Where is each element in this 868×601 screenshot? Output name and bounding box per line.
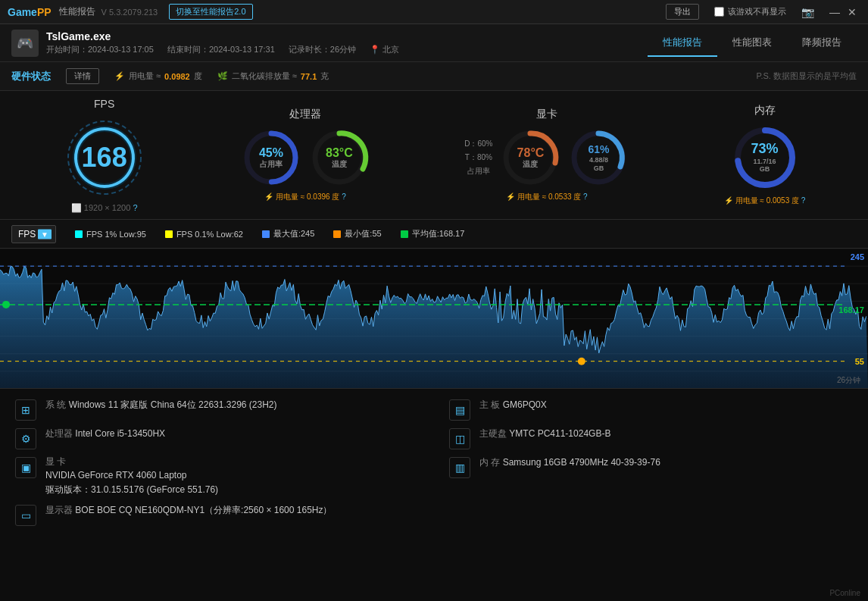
legend-max: 最大值:245	[262, 228, 314, 239]
co2-label: 二氧化碳排放量 ≈	[232, 70, 297, 82]
power-icon: ⚡	[114, 71, 125, 81]
legend-fps01pct-label: FPS 0.1% Low:62	[176, 230, 243, 239]
legend-avg-label: 平均值:168.17	[412, 228, 465, 239]
gpu-mem-value: 61% 4.88/8 GB	[583, 143, 614, 172]
sysinfo-right: ▤ 主 板 GM6PQ0X ◫ 主硬盘 YMTC PC411-1024GB-B …	[449, 398, 853, 526]
fps-select-wrapper[interactable]: FPS ▼	[11, 225, 56, 243]
power-unit: 度	[194, 70, 202, 82]
titlebar: GamePP 性能报告 V 5.3.2079.213 切换至性能报告2.0 导出…	[0, 0, 868, 24]
gpu-usage-info: D：60% T：80% 占用率	[464, 137, 492, 178]
cpu-value: Intel Core i5-13450HX	[75, 428, 165, 439]
gpu-temp-gauge: 78°C 温度	[500, 127, 560, 188]
os-value: Windows 11 家庭版 China 64位 22631.3296 (23H…	[69, 399, 277, 410]
sys-row-os: ⊞ 系 统 Windows 11 家庭版 China 64位 22631.329…	[15, 398, 419, 421]
motherboard-label: 主 板	[479, 399, 500, 410]
game-times: 开始时间：2024-03-13 17:05 结束时间：2024-03-13 17…	[46, 44, 411, 55]
game-duration: 记录时长：26分钟	[289, 45, 356, 54]
cpu-title: 处理器	[241, 108, 370, 121]
game-name: TslGame.exe	[46, 30, 411, 42]
logo-game: Game	[8, 6, 37, 18]
monitor-icon: ▭	[15, 505, 36, 526]
cpu-gauges: 45% 占用率 83°C 温度	[241, 127, 370, 188]
cpu-usage-circle: 45% 占用率	[241, 127, 301, 188]
power-label: 用电量 ≈	[129, 70, 161, 82]
detail-button[interactable]: 详情	[66, 68, 99, 84]
sys-row-cpu: ⚙ 处理器 Intel Core i5-13450HX	[15, 427, 419, 449]
logo-pp: PP	[37, 6, 52, 18]
power-usage-item: ⚡ 用电量 ≈ 0.0982 度	[114, 70, 202, 82]
gpu-value: NVIDIA GeForce RTX 4060 Laptop 驱动版本：31.0…	[45, 468, 218, 497]
storage-value: YMTC PC411-1024GB-B	[509, 428, 610, 439]
co2-unit: 克	[320, 70, 329, 82]
game-start-time: 开始时间：2024-03-13 17:05	[46, 45, 154, 54]
ram-gauges: 73% 11.7/16 GB	[724, 124, 806, 192]
ps-note: P.S. 数据图显示的是平均值	[757, 70, 857, 82]
ram-value: 73% 11.7/16 GB	[748, 141, 782, 174]
chart-avg-label: 168.17	[838, 305, 864, 315]
ram-circle: 73% 11.7/16 GB	[731, 124, 799, 192]
storage-label: 主硬盘	[479, 428, 507, 439]
ram-power: ⚡ 用电量 ≈ 0.0053 度 ?	[724, 196, 806, 206]
game-avatar: 🎮	[11, 30, 39, 57]
legend-green-dot	[401, 230, 408, 238]
sys-row-storage: ◫ 主硬盘 YMTC PC411-1024GB-B	[449, 427, 853, 449]
cpu-usage-value: 45% 占用率	[259, 146, 283, 169]
legend-blue-dot	[262, 230, 270, 238]
close-button[interactable]: ✕	[844, 6, 860, 18]
no-show-checkbox[interactable]	[714, 7, 724, 17]
camera-icon[interactable]: 📷	[801, 6, 814, 18]
ram-title: 内存	[724, 104, 806, 117]
sys-row-gpu: ▣ 显 卡 NVIDIA GeForce RTX 4060 Laptop 驱动版…	[15, 455, 419, 497]
fps-select[interactable]: FPS	[11, 225, 56, 243]
gpu-gauges: D：60% T：80% 占用率 78°C 温度	[464, 127, 629, 188]
tab-performance-chart[interactable]: 性能图表	[717, 30, 787, 57]
os-label: 系 统	[45, 399, 66, 410]
legend-orange-dot	[333, 230, 341, 238]
fps-gauge-group: FPS 168 ⬜ 1920 × 1200 ?	[63, 98, 146, 213]
storage-icon: ◫	[449, 428, 470, 449]
co2-item: 🌿 二氧化碳排放量 ≈ 77.1 克	[217, 70, 329, 82]
switch-report-button[interactable]: 切换至性能报告2.0	[169, 4, 252, 20]
minimize-button[interactable]: —	[826, 6, 844, 18]
gpu-gauge-group: 显卡 D：60% T：80% 占用率 78°C	[464, 108, 629, 202]
system-info: ⊞ 系 统 Windows 11 家庭版 China 64位 22631.329…	[0, 389, 868, 535]
cpu-gauge-group: 处理器 45% 占用率	[241, 108, 370, 202]
cpu-temp-value: 83°C 温度	[326, 146, 353, 169]
sys-row-ram: ▥ 内 存 Samsung 16GB 4790MHz 40-39-39-76	[449, 455, 853, 478]
chart-duration-label: 26分钟	[837, 375, 860, 386]
monitor-value: BOE BOE CQ NE160QDM-NY1（分辨率:2560 × 1600 …	[75, 505, 332, 515]
gpu-mem-circle: 61% 4.88/8 GB	[568, 127, 629, 188]
motherboard-icon: ▤	[449, 399, 470, 421]
nav-tabs: 性能报告 性能图表 降频报告	[648, 30, 857, 57]
gpu-temp-value: 78°C 温度	[517, 146, 545, 169]
ram-gauge: 73% 11.7/16 GB	[731, 124, 799, 192]
power-value: 0.0982	[164, 72, 190, 81]
os-icon: ⊞	[15, 399, 36, 421]
motherboard-value: GM6PQ0X	[503, 399, 547, 410]
cpu-icon: ⚙	[15, 428, 36, 449]
ram-label: 内 存	[479, 457, 500, 468]
fps-resolution: ⬜ 1920 × 1200 ?	[63, 203, 146, 213]
tab-throttle-report[interactable]: 降频报告	[787, 30, 857, 57]
ram-gauge-group: 内存 73% 11.7/16 GB ⚡ 用电量 ≈ 0.0053 度 ?	[724, 104, 806, 206]
legend-fps1pct: FPS 1% Low:95	[75, 230, 146, 239]
game-info-bar: 🎮 TslGame.exe 开始时间：2024-03-13 17:05 结束时间…	[0, 24, 868, 62]
co2-icon: 🌿	[217, 71, 228, 81]
chart-max-label: 245	[851, 252, 864, 261]
gpu-temp-circle: 78°C 温度	[500, 127, 560, 188]
legend-cyan-dot	[75, 230, 83, 238]
legend-min: 最小值:55	[333, 228, 381, 239]
game-end-time: 结束时间：2024-03-13 17:31	[167, 45, 275, 54]
ram-icon: ▥	[449, 457, 470, 478]
footer-brand: PConline	[829, 589, 860, 597]
hardware-status-bar: 硬件状态 详情 ⚡ 用电量 ≈ 0.0982 度 🌿 二氧化碳排放量 ≈ 77.…	[0, 62, 868, 91]
gpu-mem-gauge: 61% 4.88/8 GB	[568, 127, 629, 188]
tab-performance-report[interactable]: 性能报告	[648, 30, 717, 57]
fps-chart-canvas	[0, 249, 868, 389]
monitor-label: 显示器	[45, 505, 73, 515]
gauges-section: FPS 168 ⬜ 1920 × 1200 ? 处理器	[0, 91, 868, 220]
game-details: TslGame.exe 开始时间：2024-03-13 17:05 结束时间：2…	[46, 30, 411, 55]
legend-avg: 平均值:168.17	[401, 228, 465, 239]
cpu-temp-circle: 83°C 温度	[309, 127, 370, 188]
export-button[interactable]: 导出	[666, 4, 699, 20]
